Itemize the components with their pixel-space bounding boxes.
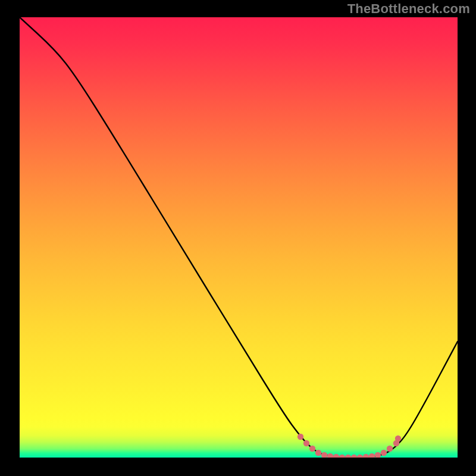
floor-markers <box>298 434 401 458</box>
marker-dot <box>351 455 357 458</box>
watermark-text: TheBottleneck.com <box>347 1 470 17</box>
plot-area <box>20 17 458 458</box>
marker-dot <box>303 440 309 446</box>
marker-dot <box>357 455 363 458</box>
marker-dot <box>381 450 387 456</box>
marker-dot <box>298 434 303 440</box>
marker-dot <box>327 453 333 458</box>
marker-dot <box>339 455 345 458</box>
marker-dot <box>333 454 339 458</box>
marker-dot <box>369 453 375 458</box>
marker-dot <box>345 455 351 458</box>
marker-dot <box>363 454 369 458</box>
chart-frame: TheBottleneck.com <box>0 0 476 476</box>
marker-dot <box>315 450 321 456</box>
marker-dot <box>395 436 401 441</box>
marker-dot <box>321 452 327 458</box>
marker-dot <box>375 452 381 458</box>
marker-dot <box>309 446 315 452</box>
chart-svg <box>20 17 458 458</box>
main-curve <box>20 17 458 458</box>
marker-dot <box>387 446 393 452</box>
